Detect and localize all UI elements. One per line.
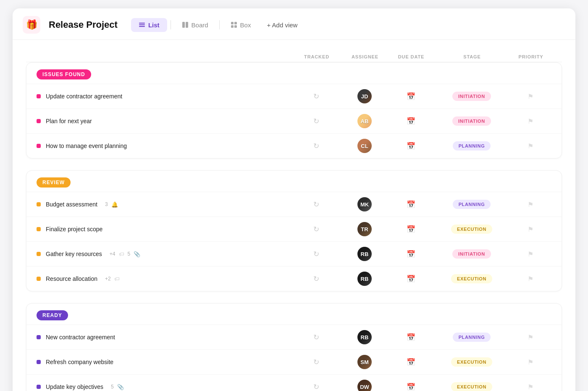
tracked-icon[interactable]: ↻ <box>313 383 319 391</box>
avatar[interactable]: JD <box>357 89 372 103</box>
stage-badge[interactable]: EXECUTION <box>451 382 492 391</box>
tracked-cell[interactable]: ↻ <box>291 250 341 259</box>
calendar-icon[interactable]: 📅 <box>407 275 415 283</box>
tracked-icon[interactable]: ↻ <box>313 92 319 101</box>
priority-cell[interactable]: ⚑ <box>509 275 551 283</box>
tracked-cell[interactable]: ↻ <box>291 200 341 209</box>
table-row[interactable]: Refresh company website↻SM📅EXECUTION⚑ <box>26 349 562 374</box>
avatar[interactable]: CL <box>357 139 372 153</box>
stage-cell[interactable]: INITIATION <box>434 116 509 126</box>
due-date-cell[interactable]: 📅 <box>388 358 434 367</box>
tab-list[interactable]: List <box>131 18 167 32</box>
flag-icon[interactable]: ⚑ <box>528 383 533 391</box>
tab-board[interactable]: Board <box>174 18 216 32</box>
table-row[interactable]: Finalize project scope↻TR📅EXECUTION⚑ <box>26 217 562 241</box>
due-date-cell[interactable]: 📅 <box>388 117 434 126</box>
avatar[interactable]: DW <box>357 380 372 391</box>
avatar[interactable]: RB <box>357 272 372 286</box>
due-date-cell[interactable]: 📅 <box>388 250 434 259</box>
tracked-cell[interactable]: ↻ <box>291 358 341 367</box>
calendar-icon[interactable]: 📅 <box>407 383 415 391</box>
tracked-cell[interactable]: ↻ <box>291 117 341 126</box>
section-badge-review[interactable]: REVIEW <box>37 177 71 188</box>
tracked-icon[interactable]: ↻ <box>313 117 319 126</box>
table-row[interactable]: Budget assessment3🔔↻MK📅PLANNING⚑ <box>26 192 562 217</box>
calendar-icon[interactable]: 📅 <box>407 250 415 259</box>
priority-cell[interactable]: ⚑ <box>509 201 551 209</box>
flag-icon[interactable]: ⚑ <box>528 92 533 100</box>
tracked-icon[interactable]: ↻ <box>313 358 319 367</box>
table-row[interactable]: Update key objectives5📎↻DW📅EXECUTION⚑ <box>26 374 562 391</box>
priority-cell[interactable]: ⚑ <box>509 92 551 100</box>
calendar-icon[interactable]: 📅 <box>407 358 415 367</box>
due-date-cell[interactable]: 📅 <box>388 225 434 234</box>
tracked-cell[interactable]: ↻ <box>291 275 341 283</box>
stage-cell[interactable]: EXECUTION <box>434 357 509 367</box>
assignee-cell[interactable]: CL <box>341 139 388 153</box>
flag-icon[interactable]: ⚑ <box>528 117 533 125</box>
due-date-cell[interactable]: 📅 <box>388 275 434 283</box>
priority-cell[interactable]: ⚑ <box>509 117 551 125</box>
stage-badge[interactable]: INITIATION <box>452 249 491 259</box>
calendar-icon[interactable]: 📅 <box>407 333 415 342</box>
stage-badge[interactable]: PLANNING <box>453 333 491 342</box>
tab-box[interactable]: Box <box>223 18 259 32</box>
stage-cell[interactable]: PLANNING <box>434 200 509 209</box>
table-row[interactable]: Plan for next year↻AB📅INITIATION⚑ <box>26 108 562 133</box>
flag-icon[interactable]: ⚑ <box>528 275 533 283</box>
assignee-cell[interactable]: SM <box>341 355 388 369</box>
stage-badge[interactable]: EXECUTION <box>451 274 492 283</box>
tracked-icon[interactable]: ↻ <box>313 142 319 151</box>
flag-icon[interactable]: ⚑ <box>528 201 533 209</box>
tracked-cell[interactable]: ↻ <box>291 333 341 342</box>
table-row[interactable]: How to manage event planning↻CL📅PLANNING… <box>26 133 562 158</box>
due-date-cell[interactable]: 📅 <box>388 333 434 342</box>
tracked-icon[interactable]: ↻ <box>313 333 319 342</box>
stage-cell[interactable]: INITIATION <box>434 92 509 101</box>
tracked-cell[interactable]: ↻ <box>291 142 341 151</box>
assignee-cell[interactable]: DW <box>341 380 388 391</box>
assignee-cell[interactable]: JD <box>341 89 388 103</box>
flag-icon[interactable]: ⚑ <box>528 358 533 366</box>
due-date-cell[interactable]: 📅 <box>388 92 434 101</box>
due-date-cell[interactable]: 📅 <box>388 200 434 209</box>
section-badge-issues-found[interactable]: ISSUES FOUND <box>37 69 91 79</box>
tracked-icon[interactable]: ↻ <box>313 200 319 209</box>
avatar[interactable]: MK <box>357 197 372 211</box>
due-date-cell[interactable]: 📅 <box>388 142 434 151</box>
stage-cell[interactable]: EXECUTION <box>434 382 509 391</box>
flag-icon[interactable]: ⚑ <box>528 225 533 233</box>
priority-cell[interactable]: ⚑ <box>509 383 551 391</box>
priority-cell[interactable]: ⚑ <box>509 142 551 150</box>
flag-icon[interactable]: ⚑ <box>528 142 533 150</box>
avatar[interactable]: RB <box>357 330 372 344</box>
flag-icon[interactable]: ⚑ <box>528 250 533 258</box>
stage-badge[interactable]: EXECUTION <box>451 357 492 367</box>
tracked-cell[interactable]: ↻ <box>291 383 341 391</box>
stage-badge[interactable]: PLANNING <box>453 200 491 209</box>
stage-cell[interactable]: PLANNING <box>434 141 509 151</box>
tracked-icon[interactable]: ↻ <box>313 225 319 234</box>
avatar[interactable]: TR <box>357 222 372 236</box>
priority-cell[interactable]: ⚑ <box>509 225 551 233</box>
calendar-icon[interactable]: 📅 <box>407 200 415 209</box>
avatar[interactable]: SM <box>357 355 372 369</box>
stage-cell[interactable]: EXECUTION <box>434 225 509 234</box>
assignee-cell[interactable]: RB <box>341 272 388 286</box>
stage-badge[interactable]: INITIATION <box>452 92 491 101</box>
tracked-cell[interactable]: ↻ <box>291 225 341 234</box>
tracked-icon[interactable]: ↻ <box>313 275 319 283</box>
assignee-cell[interactable]: RB <box>341 247 388 261</box>
assignee-cell[interactable]: AB <box>341 114 388 128</box>
calendar-icon[interactable]: 📅 <box>407 225 415 234</box>
flag-icon[interactable]: ⚑ <box>528 333 533 341</box>
calendar-icon[interactable]: 📅 <box>407 142 415 151</box>
priority-cell[interactable]: ⚑ <box>509 250 551 258</box>
section-badge-ready[interactable]: READY <box>37 310 68 320</box>
table-row[interactable]: Resource allocation+2🏷↻RB📅EXECUTION⚑ <box>26 266 562 291</box>
assignee-cell[interactable]: RB <box>341 330 388 344</box>
avatar[interactable]: RB <box>357 247 372 261</box>
add-view-button[interactable]: + Add view <box>260 18 304 32</box>
priority-cell[interactable]: ⚑ <box>509 358 551 366</box>
stage-badge[interactable]: PLANNING <box>453 141 491 151</box>
